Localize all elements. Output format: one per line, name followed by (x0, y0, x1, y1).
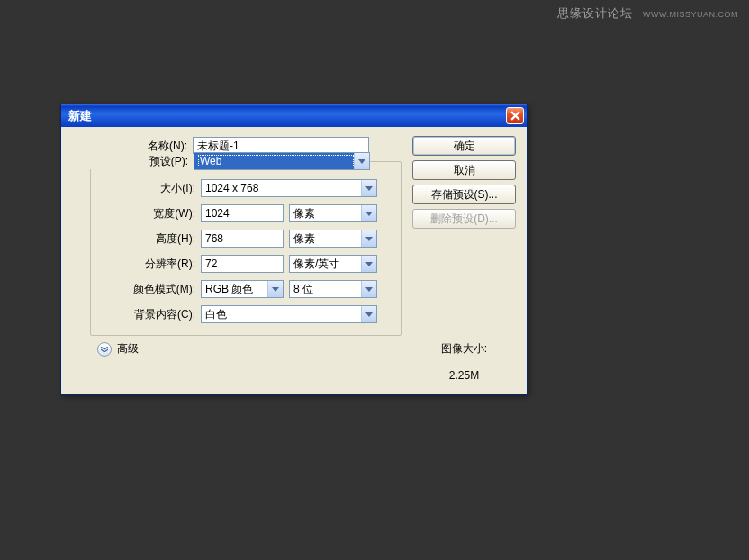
advanced-row: 高级 (97, 341, 402, 357)
preset-combo[interactable]: Web (194, 152, 370, 170)
width-input[interactable] (201, 204, 284, 222)
size-dropdown-btn[interactable] (361, 180, 376, 196)
chevron-down-icon (365, 287, 373, 292)
height-label: 高度(H): (98, 231, 201, 247)
background-label: 背景内容(C): (98, 307, 201, 322)
image-size-value: 2.25M (412, 369, 516, 382)
cancel-button[interactable]: 取消 (412, 160, 516, 180)
image-size-info: 图像大小: 2.25M (412, 341, 516, 382)
width-label: 宽度(W): (98, 206, 201, 221)
preset-dropdown-btn[interactable] (354, 153, 369, 169)
watermark: 思缘设计论坛 WWW.MISSYUAN.COM (557, 5, 738, 22)
resolution-input[interactable] (201, 255, 284, 273)
resolution-unit-value: 像素/英寸 (293, 257, 361, 272)
background-row: 背景内容(C): 白色 (98, 304, 393, 324)
image-size-label: 图像大小: (412, 341, 516, 357)
name-label: 名称(N): (72, 139, 193, 154)
watermark-sub: WWW.MISSYUAN.COM (643, 10, 738, 19)
preset-group: 预设(P): Web 大小(I): 1024 x 768 (90, 161, 402, 336)
titlebar[interactable]: 新建 (61, 104, 527, 127)
width-unit-value: 像素 (293, 206, 361, 221)
background-combo[interactable]: 白色 (201, 305, 377, 323)
background-dropdown-btn[interactable] (361, 306, 376, 322)
chevron-down-icon (365, 237, 373, 241)
resolution-label: 分辨率(R): (98, 257, 201, 272)
resolution-unit-dropdown-btn[interactable] (361, 256, 376, 272)
colordepth-combo[interactable]: 8 位 (289, 280, 377, 298)
chevron-down-icon (365, 312, 373, 317)
colormode-value: RGB 颜色 (205, 282, 267, 297)
dialog-body: 名称(N): 预设(P): Web 大小(I): (61, 127, 527, 394)
colormode-row: 颜色模式(M): RGB 颜色 8 位 (98, 279, 393, 299)
size-combo[interactable]: 1024 x 768 (201, 179, 377, 197)
height-unit-dropdown-btn[interactable] (361, 230, 376, 247)
height-unit-combo[interactable]: 像素 (289, 230, 377, 248)
height-input[interactable] (201, 230, 284, 248)
chevron-down-icon (365, 212, 373, 216)
close-button[interactable] (506, 107, 524, 124)
chevron-down-icon (365, 186, 373, 191)
left-panel: 名称(N): 预设(P): Web 大小(I): (72, 136, 402, 382)
double-chevron-down-icon (101, 347, 108, 352)
width-row: 宽度(W): 像素 (98, 203, 393, 223)
dialog-title: 新建 (68, 108, 506, 124)
save-preset-button[interactable]: 存储预设(S)... (412, 185, 516, 204)
resolution-row: 分辨率(R): 像素/英寸 (98, 254, 393, 274)
size-label: 大小(I): (98, 181, 201, 196)
width-unit-combo[interactable]: 像素 (289, 204, 377, 222)
advanced-toggle[interactable] (97, 342, 112, 357)
chevron-down-icon (365, 262, 373, 266)
preset-label-row: 预设(P): Web (73, 152, 401, 170)
right-panel: 确定 取消 存储预设(S)... 删除预设(D)... 图像大小: 2.25M (412, 136, 516, 382)
advanced-label: 高级 (117, 341, 139, 357)
close-icon (510, 111, 520, 121)
colormode-combo[interactable]: RGB 颜色 (201, 280, 284, 298)
ok-button[interactable]: 确定 (412, 136, 516, 156)
colormode-dropdown-btn[interactable] (267, 281, 283, 297)
size-row: 大小(I): 1024 x 768 (98, 178, 393, 198)
resolution-unit-combo[interactable]: 像素/英寸 (289, 255, 377, 273)
watermark-main: 思缘设计论坛 (557, 6, 633, 20)
height-row: 高度(H): 像素 (98, 229, 393, 248)
size-value: 1024 x 768 (205, 182, 361, 194)
preset-label: 预设(P): (73, 154, 194, 169)
width-unit-dropdown-btn[interactable] (361, 205, 376, 221)
background-value: 白色 (205, 307, 361, 322)
chevron-down-icon (272, 287, 279, 292)
height-unit-value: 像素 (293, 231, 361, 247)
chevron-down-icon (358, 159, 365, 164)
colordepth-dropdown-btn[interactable] (361, 281, 376, 297)
colormode-label: 颜色模式(M): (98, 282, 201, 297)
preset-value: Web (198, 155, 354, 167)
new-dialog: 新建 名称(N): 预设(P): Web (60, 104, 528, 395)
colordepth-value: 8 位 (293, 282, 361, 297)
delete-preset-button: 删除预设(D)... (412, 209, 516, 229)
